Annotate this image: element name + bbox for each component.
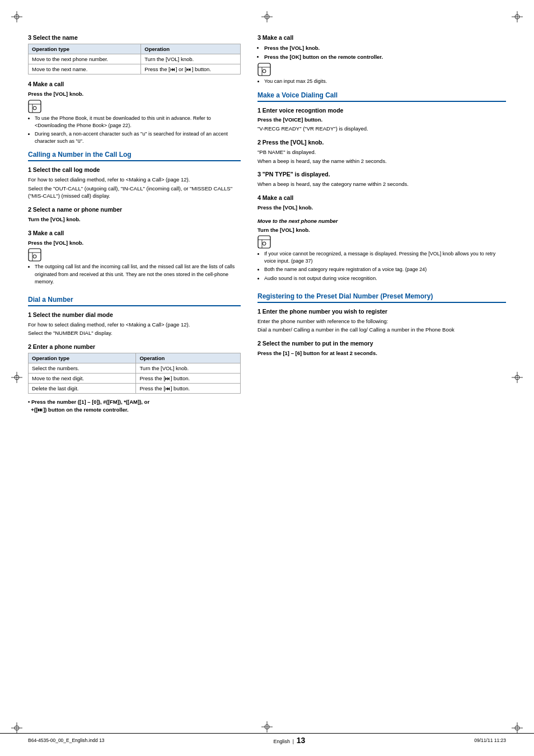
voice-step2-body1: "PB NAME" is displayed. bbox=[257, 148, 506, 156]
dial-table-header-type: Operation type bbox=[29, 353, 136, 363]
knob-icon-3 bbox=[257, 63, 271, 76]
table-header-op: Operation bbox=[141, 44, 241, 54]
table-cell: Turn the [VOL] knob. bbox=[141, 54, 241, 64]
bullet-item: Press the [VOL] knob. bbox=[264, 44, 506, 52]
table-row: Select the numbers. Turn the [VOL] knob. bbox=[29, 363, 241, 374]
voice-step4-sub: Press the [VOL] knob. bbox=[257, 204, 506, 212]
call-log-step3-num: 3 bbox=[28, 230, 31, 236]
call-log-step3-sub: Press the [VOL] knob. bbox=[28, 239, 241, 247]
voice-dialing-section: Make a Voice Dialing Call 1 Enter voice … bbox=[257, 91, 506, 282]
dial-step1: 1 Select the number dial mode For how to… bbox=[28, 311, 241, 337]
call-log-step1-num: 1 bbox=[28, 166, 31, 173]
footer-right: 09/11/11 11:23 bbox=[474, 738, 506, 743]
voice-step3-num: 3 bbox=[257, 171, 261, 178]
voice-step3-title: "PN TYPE" is displayed. bbox=[263, 171, 330, 178]
right-column: 3 Make a call Press the [VOL] knob. Pres… bbox=[257, 34, 506, 424]
table-cell: Press the [⏭] button. bbox=[136, 374, 241, 384]
table-cell: Move to the next phone number. bbox=[29, 54, 141, 64]
table-cell: Press the [⏮] button. bbox=[136, 384, 241, 394]
preset-step1-body2: Dial a number/ Calling a number in the c… bbox=[257, 326, 506, 334]
preset-step1-body1: Enter the phone number with reference to… bbox=[257, 318, 506, 325]
voice-step1-title: Enter voice recogntion mode bbox=[263, 107, 344, 114]
table-row: Move to the next phone number. Turn the … bbox=[29, 54, 241, 64]
svg-point-26 bbox=[263, 69, 266, 73]
footer: B64-4535-00_00_E_English.indd 13 English… bbox=[0, 733, 534, 745]
table-cell: Move to the next name. bbox=[29, 64, 141, 74]
preset-step2-num: 2 bbox=[257, 340, 261, 347]
knob-icon-1 bbox=[28, 100, 41, 113]
preset-step1: 1 Enter the phone number you wish to reg… bbox=[257, 307, 506, 334]
step4-left-notes: To use the Phone Book, it must be downlo… bbox=[35, 115, 241, 145]
step3-right-bullets: Press the [VOL] knob. Press the [OK] but… bbox=[264, 44, 506, 61]
dial-step2: 2 Enter a phone number Operation type Op… bbox=[28, 343, 241, 414]
step4-left: 4 Make a call Press the [VOL] knob. To u… bbox=[28, 80, 241, 145]
note-item: During search, a non-accent character su… bbox=[35, 130, 241, 145]
svg-point-18 bbox=[33, 106, 36, 110]
voice-step2-num: 2 bbox=[257, 139, 261, 146]
crosshair-bottom-right bbox=[512, 722, 523, 734]
table-cell: Delete the last digit. bbox=[29, 384, 136, 394]
step3-right-notes: You can input max 25 digits. bbox=[264, 78, 506, 85]
calling-call-log-heading: Calling a Number in the Call Log bbox=[28, 151, 241, 161]
dial-table: Operation type Operation Select the numb… bbox=[28, 353, 241, 394]
step3-right-title: Make a call bbox=[263, 34, 293, 41]
preset-step2-sub: Press the [1] – [6] button for at least … bbox=[257, 349, 506, 357]
svg-point-30 bbox=[263, 242, 266, 245]
note-item: The outgoing call list and the incoming … bbox=[35, 263, 241, 285]
preset-memory-heading: Registering to the Preset Dial Number (P… bbox=[257, 292, 506, 303]
voice-move-notes: If your voice cannot be recognized, a me… bbox=[264, 250, 506, 282]
table-cell: Press the [⏮] or [⏭] button. bbox=[141, 64, 241, 74]
voice-move-next: Move to the next phone number Turn the [… bbox=[257, 217, 506, 282]
page-number: 13 bbox=[297, 736, 306, 745]
note-item: You can input max 25 digits. bbox=[264, 78, 506, 85]
call-log-step3-title: Make a call bbox=[33, 230, 64, 236]
left-column: 3 Select the name Operation type Operati… bbox=[28, 34, 241, 424]
voice-italic-heading: Move to the next phone number bbox=[257, 217, 506, 225]
dial-number-section: Dial a Number 1 Select the number dial m… bbox=[28, 296, 241, 414]
step3-left-number: 3 bbox=[28, 34, 31, 41]
dial-step1-num: 1 bbox=[28, 311, 31, 318]
voice-step1-body: "V-RECG READY" ("VR READY") is displayed… bbox=[257, 125, 506, 133]
crosshair-bottom-center bbox=[261, 721, 273, 734]
voice-step4-num: 4 bbox=[257, 194, 261, 201]
dial-step2-num: 2 bbox=[28, 343, 31, 350]
note-item: If your voice cannot be recognized, a me… bbox=[264, 250, 506, 265]
voice-step1: 1 Enter voice recogntion mode Press the … bbox=[257, 106, 506, 133]
preset-step2-title: Select the number to put in the memory bbox=[263, 340, 373, 347]
call-log-step1: 1 Select the call log mode For how to se… bbox=[28, 166, 241, 200]
table-header-op-type: Operation type bbox=[29, 44, 141, 54]
voice-step2-title: Press the [VOL] knob. bbox=[263, 139, 324, 146]
dial-extra: • Press the number ([1] – [0]), #([FM]),… bbox=[28, 398, 241, 414]
note-item: Audio sound is not output during voice r… bbox=[264, 275, 506, 282]
voice-step2: 2 Press the [VOL] knob. "PB NAME" is dis… bbox=[257, 138, 506, 165]
preset-step2: 2 Select the number to put in the memory… bbox=[257, 339, 506, 357]
table-cell: Select the numbers. bbox=[29, 363, 136, 374]
call-log-step2-num: 2 bbox=[28, 206, 31, 213]
call-log-step3-notes: The outgoing call list and the incoming … bbox=[35, 263, 241, 285]
svg-point-22 bbox=[33, 255, 36, 258]
call-log-step2: 2 Select a name or phone number Turn the… bbox=[28, 206, 241, 223]
voice-step4: 4 Make a call Press the [VOL] knob. bbox=[257, 194, 506, 212]
dial-step2-title: Enter a phone number bbox=[33, 343, 95, 350]
dial-step1-body2: Select the "NUMBER DIAL" display. bbox=[28, 329, 241, 337]
dial-step1-body1: For how to select dialing method, refer … bbox=[28, 321, 241, 329]
voice-dialing-heading: Make a Voice Dialing Call bbox=[257, 91, 506, 102]
dial-number-heading: Dial a Number bbox=[28, 296, 241, 306]
main-content: 3 Select the name Operation type Operati… bbox=[28, 34, 506, 424]
call-log-step3: 3 Make a call Press the [VOL] knob. The … bbox=[28, 229, 241, 286]
dial-table-header-op: Operation bbox=[136, 353, 241, 363]
footer-left: B64-4535-00_00_E_English.indd 13 bbox=[28, 738, 105, 743]
call-log-step1-title: Select the call log mode bbox=[33, 166, 100, 173]
call-log-step2-title: Select a name or phone number bbox=[33, 206, 122, 213]
voice-step2-body2: When a beep is heard, say the name withi… bbox=[257, 157, 506, 165]
table-row: Move to the next name. Press the [⏮] or … bbox=[29, 64, 241, 74]
dial-step1-title: Select the number dial mode bbox=[33, 311, 113, 318]
calling-call-log-section: Calling a Number in the Call Log 1 Selec… bbox=[28, 151, 241, 286]
language-label: English bbox=[274, 739, 291, 744]
bullet-item: Press the [OK] button on the remote cont… bbox=[264, 53, 506, 61]
voice-move-sub: Turn the [VOL] knob. bbox=[257, 226, 506, 234]
step4-left-subtitle: Press the [VOL] knob. bbox=[28, 90, 241, 98]
preset-memory-section: Registering to the Preset Dial Number (P… bbox=[257, 292, 506, 357]
crosshair-bottom-left bbox=[11, 722, 22, 734]
voice-step4-title: Make a call bbox=[263, 194, 293, 201]
